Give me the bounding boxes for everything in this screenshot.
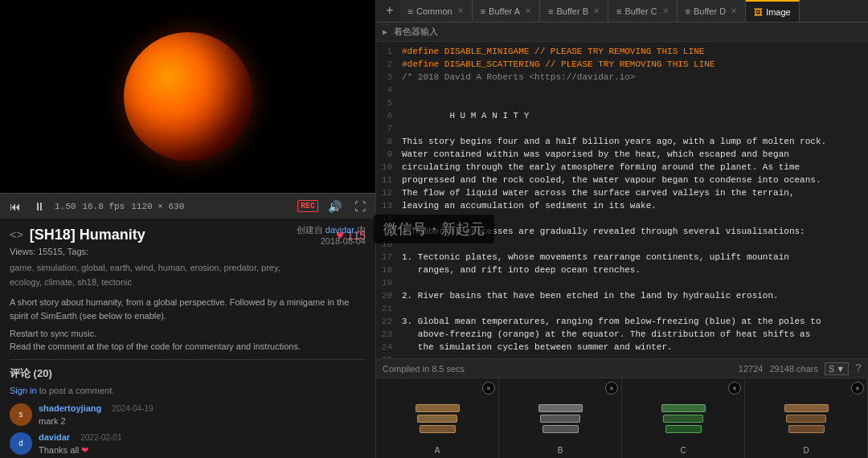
line-content: above-freezing (orange) at the equator. … <box>402 328 868 341</box>
fps-display: 16.8 fps <box>82 202 125 211</box>
code-line-6: 6 H U M A N I T Y <box>376 109 868 122</box>
planet-display <box>124 32 252 161</box>
info-section: <> [SH18] Humanity ♥ 115 Views: 15515, T… <box>0 219 375 458</box>
line-number: 1 <box>376 45 402 58</box>
tab-common-icon: ≡ <box>408 6 413 16</box>
comment-link: Read the comment at the top of the code … <box>10 341 366 351</box>
tab-buffer-a-label: Buffer A <box>489 6 520 16</box>
right-panel: + ≡ Common ✕ ≡ Buffer A ✕ ≡ Buffer B ✕ ≡… <box>376 0 868 458</box>
avatar-0: s <box>10 403 32 426</box>
line-number: 12 <box>376 186 402 199</box>
comment-date-1: 2022-02-01 <box>80 433 121 442</box>
line-content: the simulation cycles between summer and… <box>402 341 868 354</box>
line-number: 21 <box>376 302 402 315</box>
line-content: 3. Global mean temperatures, ranging fro… <box>402 315 868 328</box>
comments-title: 评论 (20) <box>10 366 366 381</box>
comment-author-1[interactable]: davidar <box>39 432 70 442</box>
char-total: 29148 chars <box>769 364 818 374</box>
description-1: A short story about humanity, from a glo… <box>10 296 366 322</box>
thumb-c-label: C <box>680 446 686 455</box>
thumb-b-label: B <box>558 446 563 455</box>
tab-common[interactable]: ≡ Common ✕ <box>400 0 473 22</box>
tab-image[interactable]: 🖼 Image <box>746 0 800 22</box>
compiled-text: Compiled in 8.5 secs <box>383 364 465 374</box>
code-icon[interactable]: <> <box>10 229 23 242</box>
thumb-c-graphic <box>661 404 706 433</box>
tab-common-close[interactable]: ✕ <box>457 6 464 15</box>
tab-buffer-d-icon: ≡ <box>686 6 690 16</box>
line-number: 22 <box>376 315 402 328</box>
comment-body-1: davidar 2022-02-01 Thanks all ❤ <box>39 432 366 456</box>
line-content: A number of processes are gradually reve… <box>402 225 868 238</box>
volume-button[interactable]: 🔊 <box>325 198 345 215</box>
thumbnail-b[interactable]: ✕ B <box>499 378 622 458</box>
thumb-b-close[interactable]: ✕ <box>605 382 618 395</box>
thumb-c-close[interactable]: ✕ <box>728 382 741 395</box>
tab-buffer-a[interactable]: ≡ Buffer A ✕ <box>473 0 540 22</box>
code-line-20: 202. River basins that have been etched … <box>376 289 868 302</box>
tab-buffer-d[interactable]: ≡ Buffer D ✕ <box>678 0 747 22</box>
heart-emoji: ❤ <box>81 445 88 455</box>
toolbar-label: 着色器输入 <box>394 26 438 38</box>
line-number: 18 <box>376 264 402 276</box>
code-editor[interactable]: 1#define DISABLE_MINIGAME // PLEASE TRY … <box>376 42 868 358</box>
comments-section: 评论 (20) Sign in to post a comment. s sha… <box>10 359 366 456</box>
line-number: 11 <box>376 174 402 186</box>
rewind-button[interactable]: ⏮ <box>6 198 24 215</box>
code-line-8: 8This story begins four and a half billi… <box>376 135 868 148</box>
thumb-a-close[interactable]: ✕ <box>482 382 495 395</box>
tab-buffer-a-close[interactable]: ✕ <box>525 6 531 15</box>
toolbar-arrow[interactable]: ▶ <box>383 27 387 37</box>
thumbnail-a[interactable]: ✕ A <box>376 378 499 458</box>
tags-row: game, simulation, global, earth, wind, h… <box>10 261 285 289</box>
code-line-11: 11progressed and the rock cooled, the wa… <box>376 174 868 186</box>
tab-buffer-b-close[interactable]: ✕ <box>593 6 600 15</box>
tab-image-icon: 🖼 <box>754 7 763 17</box>
thumbnail-c[interactable]: ✕ C <box>622 378 745 458</box>
tab-buffer-d-close[interactable]: ✕ <box>731 6 737 15</box>
code-line-1: 1#define DISABLE_MINIGAME // PLEASE TRY … <box>376 45 868 58</box>
rec-badge: REC <box>297 200 318 212</box>
line-content: The flow of liquid water across the surf… <box>402 186 868 199</box>
line-number: 8 <box>376 135 402 148</box>
tab-buffer-c-icon: ≡ <box>616 6 621 16</box>
line-content: leaving an accumulation of sediment in i… <box>402 199 868 212</box>
sign-in-link[interactable]: Sign in <box>10 386 37 395</box>
line-number: 3 <box>376 71 402 84</box>
thumb-d-close[interactable]: ✕ <box>851 382 864 395</box>
thumbnail-d[interactable]: ✕ D <box>745 378 868 458</box>
line-content: H U M A N I T Y <box>402 109 868 122</box>
comment-item-0: s shadertoyjiang 2024-04-19 mark 2 <box>10 403 366 426</box>
comment-author-0[interactable]: shadertoyjiang <box>39 403 101 413</box>
dropdown-arrow-icon: ▼ <box>836 364 845 374</box>
help-button[interactable]: ? <box>855 362 862 374</box>
fullscreen-button[interactable]: ⛶ <box>351 198 369 215</box>
code-line-18: 18 ranges, and rift into deep ocean tren… <box>376 264 868 276</box>
thumb-d-label: D <box>803 446 809 455</box>
comment-date-0: 2024-04-19 <box>112 404 153 413</box>
tabs-bar: + ≡ Common ✕ ≡ Buffer A ✕ ≡ Buffer B ✕ ≡… <box>376 0 868 22</box>
line-content: 2. River basins that have been etched in… <box>402 289 868 302</box>
code-line-21: 21 <box>376 302 868 315</box>
line-number: 5 <box>376 96 402 109</box>
tab-buffer-b[interactable]: ≡ Buffer B ✕ <box>540 0 608 22</box>
sync-link[interactable]: Restart to sync music. <box>10 329 366 338</box>
tab-common-label: Common <box>416 6 452 16</box>
line-content: progressed and the rock cooled, the wate… <box>402 174 868 186</box>
add-tab-button[interactable]: + <box>379 0 400 22</box>
comment-text-0: mark 2 <box>39 416 366 426</box>
tab-buffer-d-label: Buffer D <box>694 6 726 16</box>
code-line-3: 3/* 2018 David A Roberts <https://davida… <box>376 71 868 84</box>
tab-image-label: Image <box>766 7 791 17</box>
code-line-19: 19 <box>376 276 868 289</box>
line-number: 19 <box>376 276 402 289</box>
tab-buffer-c-close[interactable]: ✕ <box>662 6 669 15</box>
code-line-7: 7 <box>376 122 868 135</box>
code-line-13: 13leaving an accumulation of sediment in… <box>376 199 868 212</box>
code-line-22: 223. Global mean temperatures, ranging f… <box>376 315 868 328</box>
line-content: This story begins four and a half billio… <box>402 135 868 148</box>
thumb-d-graphic <box>784 404 829 433</box>
pause-button[interactable]: ⏸ <box>31 198 48 215</box>
language-dropdown[interactable]: S ▼ <box>825 362 849 375</box>
tab-buffer-c[interactable]: ≡ Buffer C ✕ <box>608 0 678 22</box>
